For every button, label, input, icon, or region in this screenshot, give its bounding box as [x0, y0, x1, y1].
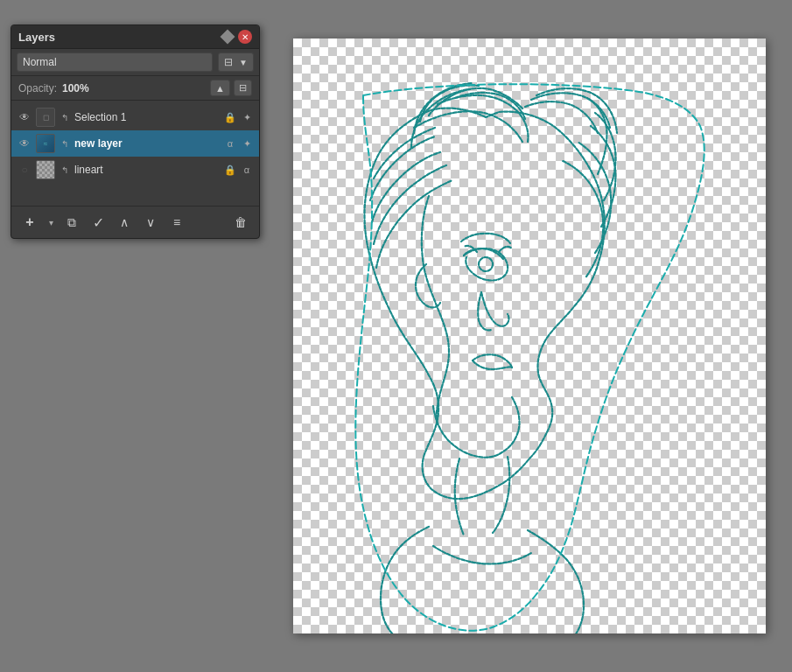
layer-thumb-newlayer: ≈: [36, 134, 55, 153]
layer-lock-icon[interactable]: 🔒: [223, 110, 237, 124]
blend-mode-select[interactable]: Normal: [17, 52, 213, 72]
delete-layer-button[interactable]: 🗑: [229, 211, 252, 234]
layer-name-selection1: Selection 1: [74, 111, 220, 123]
layer-visibility-newlayer[interactable]: 👁: [17, 136, 32, 151]
layer-actions-selection1: 🔒 ✦: [223, 110, 254, 124]
layer-lock2-icon[interactable]: 🔒: [223, 163, 237, 177]
opacity-label: Opacity:: [18, 82, 57, 94]
opacity-value: 100%: [62, 82, 89, 94]
filter-arrow: ▼: [239, 58, 248, 67]
layer-name-newlayer: new layer: [74, 137, 220, 150]
layer-item-lineart[interactable]: ○ ↰ lineart 🔒 α: [11, 157, 259, 183]
blend-mode-row: Normal ⊟ ▼: [11, 49, 259, 76]
layer-item-newlayer[interactable]: 👁 ≈ ↰ new layer α ✦: [11, 130, 259, 157]
layer-thumb-selection1: ◻: [36, 108, 55, 127]
layer-alpha2-icon[interactable]: α: [240, 163, 254, 177]
layer-alpha-icon[interactable]: α: [223, 136, 237, 150]
layer-props-button[interactable]: ≡: [165, 211, 188, 234]
move-down-button[interactable]: ∨: [139, 211, 162, 234]
canvas-area: .lineart-stroke { fill: none; stroke: #1…: [276, 24, 783, 648]
opacity-menu-button[interactable]: ⊟: [234, 80, 252, 96]
opacity-controls: ▲ ⊟: [210, 80, 252, 96]
move-up-button[interactable]: ∧: [113, 211, 136, 234]
svg-point-0: [479, 257, 493, 271]
layer-visibility-lineart[interactable]: ○: [17, 162, 32, 178]
add-layer-button[interactable]: +: [18, 211, 41, 234]
layer-actions-newlayer: α ✦: [223, 136, 254, 150]
layers-panel: Layers ✕ Normal ⊟ ▼ Opacity: 100% ▲ ⊟ 👁 …: [11, 24, 260, 239]
layer-item-selection1[interactable]: 👁 ◻ ↰ Selection 1 🔒 ✦: [11, 104, 259, 130]
layer-name-lineart: lineart: [74, 164, 220, 176]
layer-star-icon[interactable]: ✦: [240, 110, 254, 124]
panel-title: Layers: [18, 31, 55, 44]
title-icons: ✕: [222, 30, 252, 44]
layers-titlebar: Layers ✕: [11, 25, 259, 49]
layer-link-selection1: ↰: [59, 111, 71, 123]
add-layer-dropdown[interactable]: ▾: [45, 211, 57, 234]
opacity-up-button[interactable]: ▲: [210, 80, 230, 96]
close-button[interactable]: ✕: [238, 30, 252, 44]
opacity-row: Opacity: 100% ▲ ⊟: [11, 76, 259, 101]
canvas-drawing: .lineart-stroke { fill: none; stroke: #1…: [293, 38, 766, 634]
filter-icon: ⊟: [224, 56, 233, 68]
layers-bottom: + ▾ ⧉ ✓ ∧ ∨ ≡ 🗑: [11, 206, 259, 238]
layer-actions-lineart: 🔒 α: [223, 163, 254, 177]
layer-link-lineart: ↰: [59, 164, 71, 176]
layer-visibility-selection1[interactable]: 👁: [17, 109, 32, 125]
drawing-canvas: .lineart-stroke { fill: none; stroke: #1…: [293, 38, 766, 634]
filter-button[interactable]: ⊟ ▼: [218, 52, 254, 72]
diamond-icon: [221, 30, 235, 45]
layers-list: 👁 ◻ ↰ Selection 1 🔒 ✦ 👁 ≈ ↰ new layer α …: [11, 101, 259, 206]
layer-thumb-lineart: [36, 160, 55, 179]
check-layer-button[interactable]: ✓: [87, 211, 109, 234]
group-layer-button[interactable]: ⧉: [60, 211, 83, 234]
layer-fx-icon[interactable]: ✦: [240, 136, 254, 150]
layer-link-newlayer: ↰: [59, 137, 71, 150]
